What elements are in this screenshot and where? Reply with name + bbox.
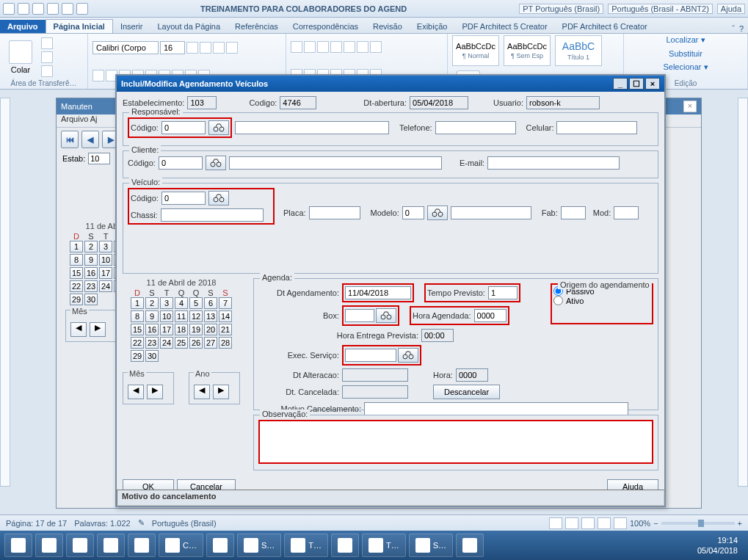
cli-nome-input[interactable] xyxy=(229,156,442,170)
calendar-day[interactable]: 23 xyxy=(145,337,159,349)
word-count[interactable]: Palavras: 1.022 xyxy=(74,519,130,528)
dlg-ano-next[interactable]: ▶ xyxy=(213,385,229,399)
calendar-day[interactable]: 26 xyxy=(189,337,203,349)
hora-agendada-input[interactable] xyxy=(474,309,506,322)
maint-close-button[interactable]: × xyxy=(683,101,697,112)
calendar-day[interactable]: 14 xyxy=(219,310,232,322)
cut-icon[interactable] xyxy=(41,37,53,49)
minimize-ribbon-icon[interactable]: ˇ xyxy=(732,24,735,33)
select-link[interactable]: Selecionar ▾ xyxy=(663,62,708,72)
zoom-in-button[interactable]: + xyxy=(738,519,742,528)
mes-prev-button[interactable]: ◀ xyxy=(70,322,87,337)
dlg-mes-next[interactable]: ▶ xyxy=(147,385,163,399)
qat-more-icon[interactable] xyxy=(76,3,88,15)
box-lookup-button[interactable] xyxy=(376,308,396,323)
view-draft-icon[interactable] xyxy=(614,517,627,529)
system-tray[interactable]: 19:14 05/04/2018 xyxy=(691,535,744,556)
telefone-input[interactable] xyxy=(435,121,516,134)
calendar-day[interactable]: 13 xyxy=(204,310,217,322)
fab-input[interactable] xyxy=(561,206,586,219)
style-sem-esp[interactable]: AaBbCcDc ¶ Sem Esp xyxy=(504,35,551,66)
view-outline-icon[interactable] xyxy=(598,517,611,529)
dialog-close-button[interactable]: × xyxy=(645,78,660,90)
undo-icon[interactable] xyxy=(32,3,44,15)
mes-next-button[interactable]: ▶ xyxy=(90,322,106,337)
paste-button[interactable]: Colar xyxy=(4,40,37,74)
descancelar-button[interactable]: Descancelar xyxy=(433,385,500,399)
calendar-day[interactable]: 16 xyxy=(84,267,98,279)
numbering-icon[interactable] xyxy=(304,41,316,53)
dt-agendamento-input[interactable] xyxy=(345,286,411,299)
cli-codigo-input[interactable] xyxy=(159,156,203,170)
box-input[interactable] xyxy=(345,309,374,322)
inc-indent-icon[interactable] xyxy=(344,41,355,53)
dialog-max-button[interactable]: ☐ xyxy=(629,78,644,90)
taskbar-paint[interactable]: S… xyxy=(409,534,453,557)
nav-prev-button[interactable]: ◀ xyxy=(81,131,99,148)
grow-font-icon[interactable] xyxy=(186,42,198,54)
redo-icon[interactable] xyxy=(47,3,59,15)
calendar-day[interactable]: 25 xyxy=(175,337,188,349)
estab-input[interactable] xyxy=(88,153,110,164)
print-icon[interactable] xyxy=(62,3,73,15)
help-icon[interactable]: ? xyxy=(739,24,744,33)
resp-nome-input[interactable] xyxy=(235,121,389,134)
view-print-icon[interactable] xyxy=(549,517,562,529)
file-tab[interactable]: Arquivo xyxy=(0,20,46,33)
tab-insert[interactable]: Inserir xyxy=(113,20,150,33)
taskbar-explorer[interactable] xyxy=(66,534,94,557)
taskbar-firefox[interactable] xyxy=(128,534,156,557)
tempo-prev-input[interactable] xyxy=(488,286,518,299)
calendar-day[interactable]: 17 xyxy=(99,267,112,279)
chassi-input[interactable] xyxy=(161,208,264,222)
zoom-out-button[interactable]: − xyxy=(653,519,658,528)
calendar-day[interactable]: 22 xyxy=(131,337,144,349)
calendar-day[interactable]: 29 xyxy=(131,350,144,362)
dialog-min-button[interactable]: _ xyxy=(613,78,628,90)
calendar-day[interactable]: 10 xyxy=(99,254,112,266)
calendar-day[interactable]: 2 xyxy=(84,241,98,252)
calendar-day[interactable]: 16 xyxy=(145,324,159,335)
find-link[interactable]: Localizar ▾ xyxy=(666,35,705,45)
placa-input[interactable] xyxy=(309,206,360,219)
vei-codigo-input[interactable] xyxy=(161,192,206,205)
calendar-day[interactable]: 24 xyxy=(99,280,112,292)
font-size-select[interactable] xyxy=(160,41,185,54)
mod-input[interactable] xyxy=(614,206,639,219)
lang-status[interactable]: Português (Brasil) xyxy=(152,519,217,528)
language-status[interactable]: PT Português (Brasil) xyxy=(519,4,603,14)
view-read-icon[interactable] xyxy=(565,517,578,529)
tab-mailings[interactable]: Correspondências xyxy=(286,20,366,33)
tab-pdf6[interactable]: PDF Architect 6 Creator xyxy=(555,20,655,33)
calendar-day[interactable]: 23 xyxy=(84,280,98,292)
tab-view[interactable]: Exibição xyxy=(410,20,455,33)
modelo-input[interactable] xyxy=(402,206,424,219)
calendar-day[interactable]: 1 xyxy=(131,297,144,309)
celular-input[interactable] xyxy=(556,121,637,134)
dec-indent-icon[interactable] xyxy=(330,41,342,53)
taskbar-app-t1[interactable]: T… xyxy=(284,534,328,557)
calendar-day[interactable]: 1 xyxy=(70,241,83,252)
show-marks-icon[interactable] xyxy=(370,41,382,53)
taskbar-app-team[interactable] xyxy=(206,534,234,557)
cli-lookup-button[interactable] xyxy=(206,156,226,170)
scrollbar-right[interactable] xyxy=(738,98,748,487)
taskbar-app-sound[interactable] xyxy=(331,534,359,557)
resp-codigo-input[interactable] xyxy=(161,121,206,134)
zoom-label[interactable]: 100% xyxy=(630,519,650,528)
tab-home[interactable]: Página Inicial xyxy=(46,19,113,33)
calendar-day[interactable]: 3 xyxy=(99,241,112,252)
modelo-lookup-button[interactable] xyxy=(427,206,448,220)
calendar-day[interactable]: 22 xyxy=(70,280,83,292)
obs-textarea[interactable] xyxy=(258,420,653,464)
tab-review[interactable]: Revisão xyxy=(366,20,410,33)
calendar-day[interactable]: 27 xyxy=(204,337,217,349)
calendar-day[interactable]: 21 xyxy=(219,324,232,335)
calendar-day[interactable]: 20 xyxy=(204,324,217,335)
calendar-day[interactable]: 8 xyxy=(131,310,144,322)
calendar-day[interactable]: 30 xyxy=(84,294,98,305)
calendar-day[interactable]: 18 xyxy=(175,324,188,335)
calendar-day[interactable]: 15 xyxy=(70,267,83,279)
start-button[interactable] xyxy=(4,534,32,557)
copy-icon[interactable] xyxy=(41,51,53,63)
